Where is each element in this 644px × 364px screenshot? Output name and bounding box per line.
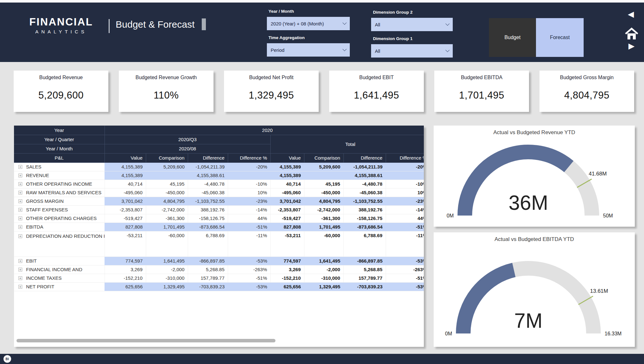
pnl-matrix: Year 2020 Year / Quarter 2020/Q3 Total Y… [14, 126, 424, 291]
expand-row-icon[interactable]: + [18, 216, 22, 220]
period-value-cell: -2,742,000 [146, 205, 188, 214]
gauge-min-label: 0M [445, 331, 452, 336]
total-value-cell: 6,788.69 [343, 231, 386, 257]
total-value-cell: -152,210 [270, 274, 304, 282]
filter-dropdown[interactable]: All [371, 18, 453, 31]
period-value-cell: -495,060 [105, 188, 146, 197]
expand-row-icon[interactable]: + [18, 234, 22, 238]
pnl-column-header: P&L [14, 153, 105, 162]
filter-dropdown[interactable]: Period [267, 43, 350, 57]
expand-row-icon[interactable]: + [18, 182, 22, 186]
total-value-cell: -51% [386, 274, 424, 282]
chevron-down-icon [342, 21, 347, 25]
back-arrow-icon[interactable]: ◀ [628, 10, 634, 19]
expand-row-icon[interactable]: + [18, 191, 22, 195]
expand-row-icon[interactable]: + [18, 208, 22, 212]
expand-row-icon[interactable]: + [18, 199, 22, 203]
period-value-cell: 4,804,795 [146, 197, 188, 205]
kpi-value: 1,641,495 [329, 90, 424, 101]
total-value-cell: -11% [386, 231, 424, 257]
filter-dropdown[interactable]: 2020 (Year) + 08 (Month) [267, 17, 350, 30]
table-row: +OTHER OPERATING CHARGES-519,427-361,300… [14, 214, 424, 223]
total-value-cell: 157,789.77 [343, 274, 386, 282]
table-row: +DEPRECIATION AND REDUCTION IN VALUE-53,… [14, 231, 424, 257]
row-label: RAW MATERIALS AND SERVICES [26, 190, 101, 195]
top-strip [0, 0, 644, 3]
row-label: OTHER OPERATING CHARGES [26, 216, 97, 221]
period-value-cell: -1,054,211.39 [188, 162, 228, 171]
meta-value-year: 2020 [105, 126, 424, 135]
pnl-table-card: Year 2020 Year / Quarter 2020/Q3 Total Y… [14, 126, 424, 347]
kpi-title: Budgeted EBITDA [434, 75, 529, 80]
total-value-cell: 45,195 [304, 180, 343, 188]
total-value-cell: -2,000 [304, 265, 343, 274]
expand-row-icon[interactable]: + [18, 268, 22, 271]
total-value-cell: 40,714 [270, 180, 304, 188]
period-value-cell: 774,597 [105, 257, 146, 265]
period-value-cell: -2,000 [146, 265, 188, 274]
total-value-cell: 3,701,042 [270, 197, 304, 205]
expand-row-icon[interactable]: + [18, 285, 22, 289]
expand-row-icon[interactable]: + [18, 225, 22, 229]
expand-row-icon[interactable]: + [18, 276, 22, 280]
total-value-cell: 1,641,495 [304, 257, 343, 265]
period-value-cell: 6,788.69 [188, 231, 228, 257]
row-label: SALES [26, 164, 41, 169]
meta-label-year: Year [14, 126, 105, 135]
logo-line2: ANALYTICS [24, 29, 98, 34]
ebitda-gauge-card: Actual vs Budgeted EBITDA YTD 0M16.33M13… [434, 232, 635, 347]
page-title: Budget & Forecast [116, 19, 194, 30]
total-value-cell: -10% [386, 180, 424, 188]
total-value-cell: -20% [386, 162, 424, 171]
forward-arrow-icon[interactable]: ▶ [628, 41, 634, 51]
period-value-cell: -10% [228, 180, 270, 188]
table-row: +REVENUE4,155,3894,155,388.614,155,3894,… [14, 171, 424, 180]
total-value-cell [304, 171, 343, 180]
gauge-max-label: 16.33M [605, 331, 621, 336]
kpi-title: Budgeted Gross Margin [539, 75, 634, 80]
total-value-cell: -450,000 [304, 188, 343, 197]
period-value-cell: -45,060.38 [188, 188, 228, 197]
period-value-cell: 44% [228, 214, 270, 223]
period-value-cell: 827,808 [105, 223, 146, 231]
dropdown-selected-value: All [375, 22, 380, 27]
expand-row-icon[interactable]: + [18, 165, 22, 169]
gauge-target-label: 41.68M [589, 171, 607, 177]
period-value-cell: -1,103,752.55 [188, 197, 228, 205]
filter-dropdown[interactable]: All [371, 44, 453, 58]
kpi-card: Budgeted Gross Margin4,804,795 [539, 71, 634, 112]
meta-value-quarter: 2020/Q3 [105, 135, 270, 144]
footer-bar: BI [0, 354, 644, 364]
meta-label-month: Year / Month [14, 144, 105, 153]
table-row: +RAW MATERIALS AND SERVICES-495,060-450,… [14, 188, 424, 197]
row-label: DEPRECIATION AND REDUCTION IN VALUE [26, 233, 105, 238]
row-label-cell: +INCOME TAXES [14, 274, 105, 282]
period-value-cell: -361,300 [146, 214, 188, 223]
total-value-cell: 3,269 [270, 265, 304, 274]
expand-row-icon[interactable]: + [18, 259, 22, 263]
total-value-cell: -495,060 [270, 188, 304, 197]
row-label: FINANCIAL INCOME AND [26, 267, 82, 272]
period-value-cell: -51% [228, 223, 270, 231]
kpi-card: Budgeted EBIT1,641,495 [329, 71, 424, 112]
home-icon[interactable] [624, 27, 639, 42]
chevron-down-icon [445, 48, 450, 52]
total-value-cell: 774,597 [270, 257, 304, 265]
total-value-cell: 625,656 [270, 282, 304, 291]
row-label-cell: +OTHER OPERATING CHARGES [14, 214, 105, 223]
total-value-cell: -51% [386, 223, 424, 231]
gauge-min-label: 0M [447, 213, 454, 218]
period-value-cell: 157,789.77 [188, 274, 228, 282]
gauge-chart: 0M50M41.68M36M [434, 126, 635, 227]
period-value-cell: 40,714 [105, 180, 146, 188]
budget-toggle-button[interactable]: Budget [489, 18, 536, 57]
horizontal-scrollbar-thumb[interactable] [17, 339, 275, 342]
period-value-cell: 4,155,389 [105, 171, 146, 180]
expand-row-icon[interactable]: + [18, 174, 22, 177]
row-label: STAFF EXPENSES [26, 207, 68, 212]
dropdown-selected-value: All [375, 48, 380, 54]
total-value-cell: -703,839.23 [343, 282, 386, 291]
forecast-toggle-button[interactable]: Forecast [536, 18, 584, 57]
period-value-cell: 5,268.85 [188, 265, 228, 274]
filter-label: Year / Month [268, 9, 294, 14]
